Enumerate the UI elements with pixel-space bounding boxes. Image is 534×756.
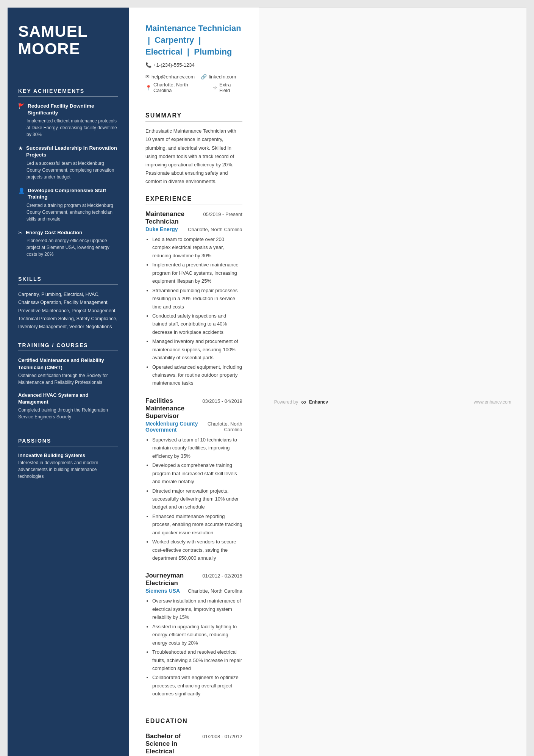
exp-dates: 01/2012 - 02/2015 <box>202 573 242 579</box>
bullet-item: Supervised a team of 10 technicians to m… <box>152 436 242 460</box>
main-content: Maintenance Technician | Carpentry | Ele… <box>129 8 259 756</box>
achievement-title: Energy Cost Reduction <box>26 229 82 236</box>
achievement-item: 🚩 Reduced Facility Downtime Significantl… <box>18 103 118 138</box>
email-contact: ✉ help@enhancv.com <box>145 74 195 80</box>
first-name: SAMUEL <box>18 22 87 40</box>
footer-website: www.enhancv.com <box>474 399 511 405</box>
achievement-title: Reduced Facility Downtime Significantly <box>28 103 118 116</box>
brand-name: Enhancv <box>309 399 328 405</box>
exp-title: Maintenance Technician <box>145 210 203 225</box>
extra-field-text: Extra Field <box>219 82 242 93</box>
bullet-item: Directed major renovation projects, succ… <box>152 487 242 511</box>
contact-line: 📞 +1-(234)-555-1234 ✉ help@enhancv.com 🔗… <box>145 62 242 80</box>
passions-list: Innovative Building Systems Interested i… <box>18 452 118 485</box>
footer: Powered by ∞ Enhancv www.enhancv.com <box>259 7 526 756</box>
location-line: 📍 Charlotte, North Carolina ☆ Extra Fiel… <box>145 82 242 93</box>
passion-item: Innovative Building Systems Interested i… <box>18 452 118 480</box>
achievement-item: ★ Successful Leadership in Renovation Pr… <box>18 145 118 180</box>
phone-contact: 📞 +1-(234)-555-1234 <box>145 62 195 68</box>
powered-by-text: Powered by <box>274 399 298 405</box>
training-title: Certified Maintenance and Reliability Te… <box>18 357 118 371</box>
achievement-icon: ✂ <box>18 230 23 236</box>
exp-dates: 05/2019 - Present <box>203 211 242 217</box>
bullet-item: Enhanced maintenance reporting process, … <box>152 512 242 537</box>
extra-field: ☆ Extra Field <box>213 82 242 93</box>
summary-title: SUMMARY <box>145 112 242 122</box>
exp-dates: 03/2015 - 04/2019 <box>202 398 242 404</box>
achievement-title: Developed Comprehensive Staff Training <box>28 187 118 200</box>
location-contact: 📍 Charlotte, North Carolina <box>145 82 207 93</box>
linkedin-url: linkedin.com <box>209 74 236 80</box>
email-icon: ✉ <box>145 74 150 80</box>
exp-title: Journeyman Electrician <box>145 572 202 587</box>
bullet-item: Conducted safety inspections and trained… <box>152 312 242 336</box>
title-3: Electrical <box>145 47 183 56</box>
email-address: help@enhancv.com <box>151 74 195 80</box>
training-desc: Completed training through the Refrigera… <box>18 407 118 420</box>
experience-entry: Facilities Maintenance Supervisor 03/201… <box>145 397 242 562</box>
main-header: Maintenance Technician | Carpentry | Ele… <box>145 23 242 93</box>
candidate-name: SAMUEL MOORE <box>18 23 118 58</box>
brand-logo-icon: ∞ <box>301 398 306 406</box>
bullet-item: Assisted in upgrading facility lighting … <box>152 623 242 647</box>
job-titles: Maintenance Technician | Carpentry | Ele… <box>145 23 242 58</box>
passion-desc: Interested in developments and modern ad… <box>18 459 118 480</box>
achievements-section-title: KEY ACHIEVEMENTS <box>18 88 118 97</box>
achievement-desc: Led a successful team at Mecklenburg Cou… <box>18 160 118 180</box>
achievement-desc: Pioneered an energy-efficiency upgrade p… <box>18 237 118 258</box>
experience-list: Maintenance Technician 05/2019 - Present… <box>145 210 242 708</box>
resume-container: SAMUEL MOORE KEY ACHIEVEMENTS 🚩 Reduced … <box>8 8 259 756</box>
title-4: Plumbing <box>194 47 232 56</box>
title-2: Carpentry <box>155 35 194 45</box>
bullet-item: Developed a comprehensive training progr… <box>152 461 242 485</box>
achievement-icon: 👤 <box>18 188 25 194</box>
exp-company: Siemens USA <box>145 588 180 594</box>
training-title: Advanced HVAC Systems and Management <box>18 392 118 405</box>
exp-bullets: Led a team to complete over 200 complex … <box>145 235 242 387</box>
exp-location: Charlotte, North Carolina <box>188 588 242 594</box>
bullet-item: Troubleshooted and resolved electrical f… <box>152 648 242 672</box>
linkedin-icon: 🔗 <box>201 74 207 80</box>
training-list: Certified Maintenance and Reliability Te… <box>18 357 118 426</box>
star-icon: ☆ <box>213 85 217 91</box>
bullet-item: Collaborated with engineers to optimize … <box>152 673 242 698</box>
location-text: Charlotte, North Carolina <box>153 82 207 93</box>
training-section-title: TRAINING / COURSES <box>18 342 118 351</box>
passions-section-title: PASSIONS <box>18 438 118 446</box>
exp-bullets: Supervised a team of 10 technicians to m… <box>145 436 242 562</box>
title-1: Maintenance Technician <box>145 23 241 33</box>
bullet-item: Worked closely with vendors to secure co… <box>152 538 242 562</box>
linkedin-contact: 🔗 linkedin.com <box>201 74 236 80</box>
training-desc: Obtained certification through the Socie… <box>18 372 118 386</box>
skills-section-title: SKILLS <box>18 276 118 285</box>
experience-entry: Journeyman Electrician 01/2012 - 02/2015… <box>145 572 242 698</box>
achievements-list: 🚩 Reduced Facility Downtime Significantl… <box>18 103 118 265</box>
experience-title: EXPERIENCE <box>145 196 242 205</box>
bullet-item: Oversaw installation and maintenance of … <box>152 597 242 621</box>
achievement-title: Successful Leadership in Renovation Proj… <box>26 145 118 158</box>
edu-title: Bachelor of Science in Electrical Engine… <box>145 733 202 756</box>
bullet-item: Led a team to complete over 200 complex … <box>152 235 242 260</box>
exp-bullets: Oversaw installation and maintenance of … <box>145 597 242 698</box>
achievement-icon: ★ <box>18 145 23 151</box>
passion-title: Innovative Building Systems <box>18 452 118 458</box>
achievement-desc: Created a training program at Mecklenbur… <box>18 202 118 222</box>
exp-company: Duke Energy <box>145 226 178 232</box>
last-name: MOORE <box>18 40 80 58</box>
bullet-item: Managed inventory and procurement of mai… <box>152 337 242 362</box>
skills-text: Carpentry, Plumbing, Electrical, HVAC, C… <box>18 291 118 331</box>
training-item: Certified Maintenance and Reliability Te… <box>18 357 118 385</box>
achievement-item: ✂ Energy Cost Reduction Pioneered an ene… <box>18 229 118 258</box>
education-list: Bachelor of Science in Electrical Engine… <box>145 733 242 756</box>
achievement-item: 👤 Developed Comprehensive Staff Training… <box>18 187 118 222</box>
bullet-item: Implemented a preventive maintenance pro… <box>152 261 242 285</box>
exp-location: Charlotte, North Carolina <box>205 421 242 432</box>
experience-entry: Maintenance Technician 05/2019 - Present… <box>145 210 242 387</box>
bullet-item: Operated advanced equipment, including c… <box>152 363 242 387</box>
location-icon: 📍 <box>145 85 151 91</box>
sidebar: SAMUEL MOORE KEY ACHIEVEMENTS 🚩 Reduced … <box>8 8 129 756</box>
training-item: Advanced HVAC Systems and Management Com… <box>18 392 118 420</box>
phone-icon: 📞 <box>145 62 151 68</box>
phone-number: +1-(234)-555-1234 <box>153 62 195 68</box>
achievement-icon: 🚩 <box>18 103 25 109</box>
